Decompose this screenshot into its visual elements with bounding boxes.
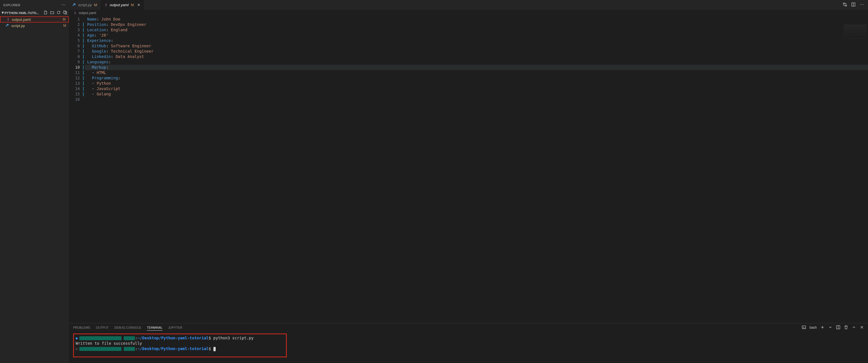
line-number: 16	[69, 97, 85, 102]
breadcrumb-path: output.yaml	[79, 11, 96, 15]
line-number: 1	[69, 17, 85, 22]
line-number: 7	[69, 49, 85, 54]
file-list: !output.yamlMscript.pyM	[0, 16, 69, 29]
tab-label: script.py	[78, 3, 92, 7]
panel-tab-jupyter[interactable]: JUPYTER	[168, 325, 182, 330]
modified-badge: M	[94, 3, 97, 7]
maximize-panel-icon[interactable]	[852, 325, 856, 330]
new-folder-icon[interactable]	[50, 10, 54, 15]
editor-area: script.pyM!output.yamlM✕ ! output.yaml 1…	[69, 0, 868, 363]
svg-point-5	[74, 4, 74, 4]
code-line: Google: Technical Engineer	[85, 49, 868, 54]
explorer-more-icon[interactable]	[61, 3, 65, 8]
python-icon	[72, 3, 76, 7]
panel-tab-problems[interactable]: PROBLEMS	[73, 325, 90, 330]
kill-terminal-icon[interactable]	[844, 325, 848, 330]
folder-header[interactable]: ▶ PYTHON-YAML-TUTO...	[0, 10, 69, 16]
prompt-dot-icon	[75, 337, 78, 339]
prompt-path: ~/Desktop/Python-yaml-tutorial	[137, 346, 209, 351]
svg-point-10	[860, 4, 861, 5]
collapse-icon[interactable]	[63, 10, 67, 15]
bottom-panel: PROBLEMSOUTPUTDEBUG CONSOLETERMINALJUPYT…	[69, 323, 868, 363]
line-number: 4	[69, 33, 85, 38]
line-number: 15	[69, 91, 85, 97]
code-line: Age: '26'	[85, 33, 868, 38]
svg-point-1	[63, 4, 64, 5]
chevron-down-icon: ▶	[2, 12, 4, 14]
compare-changes-icon[interactable]	[843, 2, 847, 8]
line-number: 3	[69, 27, 85, 33]
svg-point-0	[62, 4, 62, 5]
prompt-dot-icon	[75, 348, 78, 350]
breadcrumb[interactable]: ! output.yaml	[69, 10, 868, 16]
line-number: 5	[69, 38, 85, 43]
terminal-command: python3 script.py	[213, 336, 254, 340]
redacted-host	[79, 347, 121, 351]
line-number: 12	[69, 76, 85, 81]
split-terminal-icon[interactable]	[836, 325, 840, 330]
prompt-path: ~/Desktop/Python-yaml-tutorial	[137, 336, 209, 340]
code-line: GitHub: Software Engineer	[85, 43, 868, 49]
yaml-icon: !	[6, 18, 10, 22]
line-number: 14	[69, 86, 85, 91]
terminal-line: :~/Desktop/Python-yaml-tutorial$	[75, 346, 284, 352]
file-item-script-py[interactable]: script.pyM	[0, 23, 69, 29]
code-line: - Python	[85, 81, 868, 86]
terminal-dropdown-icon[interactable]	[828, 325, 833, 330]
explorer-title: EXPLORER	[3, 3, 20, 7]
close-icon[interactable]: ✕	[137, 3, 140, 7]
python-icon	[6, 24, 9, 28]
line-number: 11	[69, 70, 85, 76]
tab-bar: script.pyM!output.yamlM✕	[69, 0, 868, 10]
code-line: Location: England	[85, 27, 868, 33]
shell-name[interactable]: bash	[809, 326, 817, 330]
panel-tab-debug-console[interactable]: DEBUG CONSOLE	[114, 325, 141, 330]
terminal-highlight-box: :~/Desktop/Python-yaml-tutorial$ python3…	[73, 333, 287, 357]
yaml-icon: !	[73, 11, 77, 15]
modified-badge: M	[63, 18, 65, 21]
file-item-output-yaml[interactable]: !output.yamlM	[0, 16, 69, 23]
new-terminal-icon[interactable]	[820, 325, 825, 330]
svg-point-6	[843, 3, 844, 4]
terminal-launch-icon[interactable]	[802, 325, 806, 330]
svg-point-2	[64, 4, 65, 5]
editor-more-icon[interactable]	[860, 2, 864, 8]
code-line: Languages:	[85, 59, 868, 65]
panel-tab-terminal[interactable]: TERMINAL	[147, 325, 162, 331]
code-line: - Golang	[85, 91, 868, 97]
line-number: 9	[69, 59, 85, 65]
code-line: Markup:	[85, 65, 868, 70]
tab-output-yaml[interactable]: !output.yamlM✕	[101, 0, 144, 10]
split-editor-icon[interactable]	[851, 2, 856, 8]
line-gutter: 12345678910111213141516	[69, 16, 85, 323]
refresh-icon[interactable]	[57, 10, 61, 15]
terminal-content[interactable]: :~/Desktop/Python-yaml-tutorial$ python3…	[69, 332, 868, 363]
code-line: Position: DevOps Engineer	[85, 22, 868, 27]
file-name: output.yaml	[12, 18, 31, 22]
panel-tab-output[interactable]: OUTPUT	[96, 325, 108, 330]
line-number: 2	[69, 22, 85, 27]
code-line: Programming:	[85, 76, 868, 81]
close-panel-icon[interactable]	[860, 325, 864, 330]
code-line: Linkedin: Data Analyst	[85, 54, 868, 59]
redacted-host	[124, 336, 135, 340]
modified-badge: M	[131, 3, 134, 7]
explorer-header: EXPLORER	[0, 0, 69, 10]
line-number: 6	[69, 43, 85, 49]
svg-rect-13	[802, 326, 806, 329]
svg-point-4	[7, 24, 7, 25]
code-line: - HTML	[85, 70, 868, 76]
minimap[interactable]	[844, 25, 866, 38]
terminal-output: Written to file successfully	[75, 341, 284, 346]
redacted-host	[79, 336, 121, 340]
code-line	[85, 97, 868, 102]
new-file-icon[interactable]	[43, 10, 48, 15]
redacted-host	[124, 347, 135, 351]
code-content[interactable]: Name: John DoePosition: DevOps EngineerL…	[85, 16, 868, 323]
code-line: Name: John Doe	[85, 17, 868, 22]
terminal-cursor	[213, 347, 216, 351]
svg-point-12	[863, 4, 864, 5]
code-line: - JavaScript	[85, 86, 868, 91]
tab-script-py[interactable]: script.pyM	[69, 0, 101, 10]
line-number: 10	[69, 65, 85, 70]
